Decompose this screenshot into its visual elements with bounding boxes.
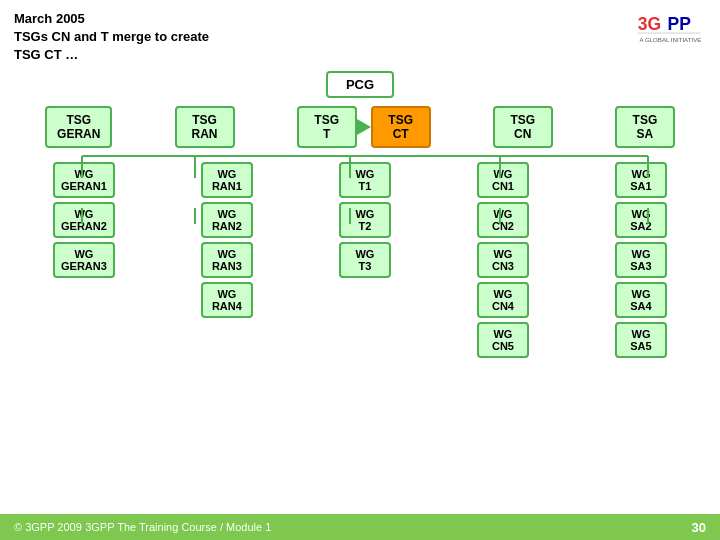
wg-cn5: WGCN5 [477,322,529,358]
wg-ran1: WGRAN1 [201,162,253,198]
wg-t3: WGT3 [339,242,391,278]
tsg-ran-node: TSG RAN [175,106,235,148]
wg-ran3: WGRAN3 [201,242,253,278]
tsg-row: TSG GERAN TSG RAN TSG T TSG CT TSG CN TS… [0,98,720,148]
footer: © 3GPP 2009 3GPP The Training Course / M… [0,514,720,540]
wg-section: WGGERAN1 WGGERAN2 WGGERAN3 WGRAN1 WGRAN2… [0,158,720,358]
wg-cn4: WGCN4 [477,282,529,318]
wg-cn-column: WGCN1 WGCN2 WGCN3 WGCN4 WGCN5 [477,162,529,358]
wg-ran4: WGRAN4 [201,282,253,318]
wg-geran-column: WGGERAN1 WGGERAN2 WGGERAN3 [53,162,115,358]
tsg-ct-node: TSG CT [371,106,431,148]
svg-text:A GLOBAL INITIATIVE: A GLOBAL INITIATIVE [640,36,702,43]
footer-page-number: 30 [692,520,706,535]
arrow-t-to-ct [357,119,371,135]
wg-sa5: WGSA5 [615,322,667,358]
wg-sa4: WGSA4 [615,282,667,318]
wg-t2: WGT2 [339,202,391,238]
footer-copyright: © 3GPP 2009 [14,521,82,533]
header-text: March 2005 TSGs CN and T merge to create… [14,10,209,65]
tsg-cn-node: TSG CN [493,106,553,148]
wg-sa1: WGSA1 [615,162,667,198]
3gpp-logo: 3G PP A GLOBAL INITIATIVE [636,10,706,50]
svg-text:3G: 3G [638,14,661,34]
wg-sa3: WGSA3 [615,242,667,278]
logo-area: 3G PP A GLOBAL INITIATIVE [636,10,706,50]
wg-sa2: WGSA2 [615,202,667,238]
wg-sa-column: WGSA1 WGSA2 WGSA3 WGSA4 WGSA5 [615,162,667,358]
wg-ran-column: WGRAN1 WGRAN2 WGRAN3 WGRAN4 [201,162,253,358]
footer-info: © 3GPP 2009 3GPP The Training Course / M… [14,520,271,534]
wg-geran3: WGGERAN3 [53,242,115,278]
tsg-geran-node: TSG GERAN [45,106,112,148]
tsg-sa-node: TSG SA [615,106,675,148]
wg-geran1: WGGERAN1 [53,162,115,198]
wg-cn2: WGCN2 [477,202,529,238]
header: March 2005 TSGs CN and T merge to create… [0,0,720,69]
wg-t-column: WGT1 WGT2 WGT3 [339,162,391,358]
svg-text:PP: PP [668,14,692,34]
pcg-node: PCG [326,71,394,98]
chart-area: TSG GERAN TSG RAN TSG T TSG CT TSG CN TS… [0,98,720,540]
wg-cn3: WGCN3 [477,242,529,278]
tsg-t-node: TSG T [297,106,357,148]
tsg-t-ct-group: TSG T TSG CT [297,106,431,148]
wg-cn1: WGCN1 [477,162,529,198]
pcg-container: PCG [0,71,720,98]
wg-geran2: WGGERAN2 [53,202,115,238]
footer-course: 3GPP The Training Course / Module 1 [85,521,271,533]
wg-t1: WGT1 [339,162,391,198]
wg-ran2: WGRAN2 [201,202,253,238]
